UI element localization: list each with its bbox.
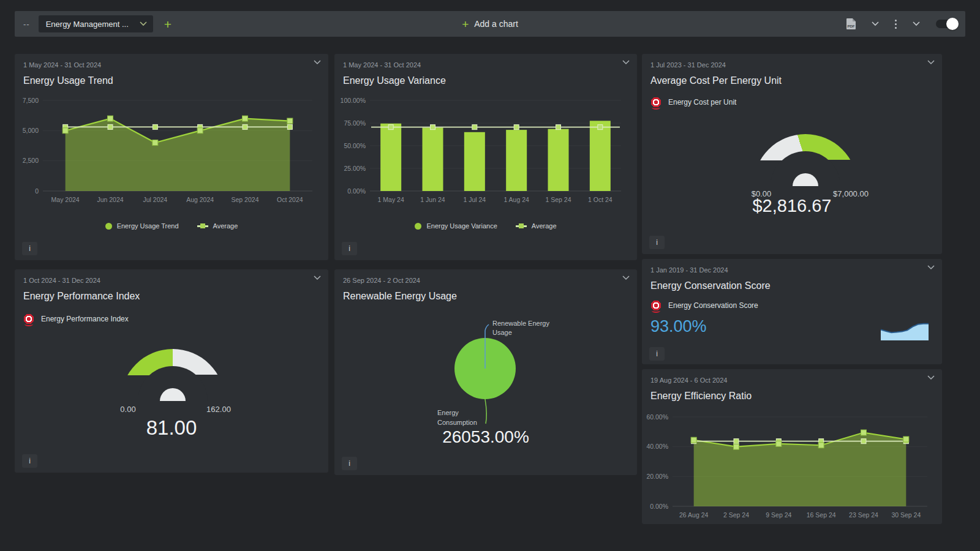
card-date-range: 19 Aug 2024 - 6 Oct 2024 [650, 377, 727, 384]
toolbar-overflow-handle[interactable]: -- [23, 20, 30, 29]
legend-item-average[interactable]: Average [516, 222, 557, 230]
energy-usage-trend-chart: 02,5005,0007,500May 2024Jun 2024Jul 2024… [18, 92, 325, 207]
card-date-range: 1 Oct 2024 - 31 Dec 2024 [23, 277, 100, 284]
info-button[interactable]: i [342, 457, 357, 470]
dashboard-select-label: Energy Management ... [46, 20, 129, 29]
card-date-range: 1 May 2024 - 31 Oct 2024 [343, 61, 421, 69]
card-title: Average Cost Per Energy Unit [650, 75, 782, 86]
svg-text:50.00%: 50.00% [344, 142, 366, 149]
legend-item-series[interactable]: Energy Usage Variance [415, 222, 497, 230]
svg-text:0.00%: 0.00% [347, 187, 366, 195]
chevron-down-icon [140, 21, 147, 26]
svg-text:16 Sep 24: 16 Sep 24 [807, 511, 836, 519]
info-button[interactable]: i [649, 236, 665, 249]
conservation-score-value: 93.00% [650, 317, 707, 336]
export-pdf-icon[interactable]: PDF [846, 18, 856, 29]
card-date-range: 1 Jan 2019 - 31 Dec 2024 [650, 266, 728, 274]
legend-dot-icon [105, 223, 112, 230]
card-title: Energy Performance Index [23, 291, 140, 302]
legend-item-series[interactable]: Energy Usage Trend [105, 222, 179, 230]
toggle-knob [946, 18, 959, 30]
kpi-row: Energy Cost per Unit [650, 97, 736, 108]
svg-text:1 Oct 24: 1 Oct 24 [588, 196, 612, 203]
info-button[interactable]: i [342, 242, 357, 255]
gauge-min-label: 0.00 [97, 405, 159, 414]
card-energy-efficiency-ratio: 19 Aug 2024 - 6 Oct 2024 Energy Efficien… [642, 369, 942, 524]
energy-efficiency-ratio-chart: 0.00%20.00%40.00%60.00%26 Aug 242 Sep 24… [644, 408, 940, 522]
legend-item-average[interactable]: Average [197, 222, 238, 230]
card-energy-usage-variance: 1 May 2024 - 31 Oct 2024 Energy Usage Va… [334, 54, 637, 260]
card-energy-performance-index: 1 Oct 2024 - 31 Dec 2024 Energy Performa… [15, 269, 328, 473]
more-options-icon[interactable] [895, 20, 897, 29]
kpi-label: Energy Cost per Unit [668, 98, 736, 107]
toolbar-center: + Add a chart [15, 18, 965, 30]
add-dashboard-button[interactable]: + [164, 18, 172, 31]
card-menu-chevron-icon[interactable] [622, 60, 630, 65]
svg-text:Sep 2024: Sep 2024 [232, 196, 259, 203]
card-menu-chevron-icon[interactable] [927, 60, 935, 65]
svg-text:Usage: Usage [492, 329, 512, 336]
legend-dot-icon [415, 223, 421, 230]
performance-gauge [121, 349, 225, 401]
card-renewable-energy-usage: 26 Sep 2024 - 2 Oct 2024 Renewable Energ… [334, 269, 637, 475]
energy-usage-variance-chart: 0.00%25.00%50.00%75.00%100.00%1 May 241 … [338, 92, 633, 207]
svg-text:26 Aug 24: 26 Aug 24 [679, 511, 708, 519]
add-chart-button[interactable]: + Add a chart [462, 18, 518, 30]
kpi-row: Energy Performance Index [23, 313, 129, 324]
svg-text:Jul 2024: Jul 2024 [143, 196, 167, 203]
info-button[interactable]: i [649, 347, 665, 361]
card-title: Renewable Energy Usage [343, 291, 457, 302]
legend-average-icon [516, 225, 527, 227]
svg-text:Oct 2024: Oct 2024 [277, 196, 303, 203]
svg-text:Energy: Energy [437, 409, 459, 416]
kpi-row: Energy Conservation Score [650, 300, 758, 311]
card-date-range: 26 Sep 2024 - 2 Oct 2024 [343, 277, 420, 284]
info-button[interactable]: i [22, 242, 37, 255]
svg-text:1 Sep 24: 1 Sep 24 [545, 196, 571, 203]
card-title: Energy Efficiency Ratio [650, 391, 752, 402]
info-button[interactable]: i [22, 454, 37, 468]
card-menu-chevron-icon[interactable] [314, 60, 321, 65]
card-energy-conservation-score: 1 Jan 2019 - 31 Dec 2024 Energy Conserva… [642, 259, 942, 364]
options-chevron-down-icon[interactable] [913, 21, 920, 26]
kpi-label: Energy Performance Index [41, 315, 129, 323]
card-menu-chevron-icon[interactable] [622, 276, 630, 280]
theme-toggle[interactable] [936, 20, 957, 28]
card-menu-chevron-icon[interactable] [927, 375, 935, 380]
cost-gauge [753, 134, 858, 186]
chart-legend: Energy Usage Trend Average [15, 222, 328, 230]
card-menu-chevron-icon[interactable] [314, 276, 321, 280]
card-average-cost-per-energy-unit: 1 Jul 2023 - 31 Dec 2024 Average Cost Pe… [642, 54, 942, 254]
export-chevron-down-icon[interactable] [872, 21, 879, 26]
svg-text:9 Sep 24: 9 Sep 24 [766, 511, 791, 519]
add-chart-label: Add a chart [474, 19, 518, 29]
dashboard-select[interactable]: Energy Management ... [39, 15, 153, 32]
card-date-range: 1 Jul 2023 - 31 Dec 2024 [650, 61, 726, 69]
chart-legend: Energy Usage Variance Average [334, 222, 637, 230]
svg-text:40.00%: 40.00% [646, 443, 668, 450]
svg-text:25.00%: 25.00% [344, 165, 366, 172]
svg-text:Renewable Energy: Renewable Energy [492, 320, 549, 327]
svg-text:2 Sep 24: 2 Sep 24 [723, 511, 749, 519]
svg-text:Consumption: Consumption [437, 419, 477, 426]
plus-icon: + [462, 18, 469, 30]
kpi-label: Energy Conservation Score [668, 301, 758, 310]
svg-text:7,500: 7,500 [23, 97, 39, 104]
svg-text:May 2024: May 2024 [51, 196, 80, 203]
card-menu-chevron-icon[interactable] [927, 265, 935, 270]
legend-average-icon [197, 225, 208, 227]
gauge-value: 81.00 [15, 416, 328, 440]
svg-text:100.00%: 100.00% [341, 97, 366, 104]
gauge-value: $2,816.67 [642, 196, 942, 216]
gauge-max-label: 162.00 [188, 405, 249, 414]
svg-text:1 Jun 24: 1 Jun 24 [420, 196, 445, 203]
svg-text:0.00%: 0.00% [650, 503, 668, 510]
target-icon [650, 97, 662, 108]
conservation-score-sparkline [881, 321, 929, 340]
dashboard-toolbar: -- Energy Management ... + + Add a chart… [15, 11, 965, 37]
svg-text:20.00%: 20.00% [646, 473, 668, 480]
toolbar-right-group: PDF [846, 18, 957, 29]
svg-text:75.00%: 75.00% [344, 119, 366, 127]
card-title: Energy Usage Variance [343, 75, 446, 86]
svg-text:0: 0 [35, 187, 39, 195]
